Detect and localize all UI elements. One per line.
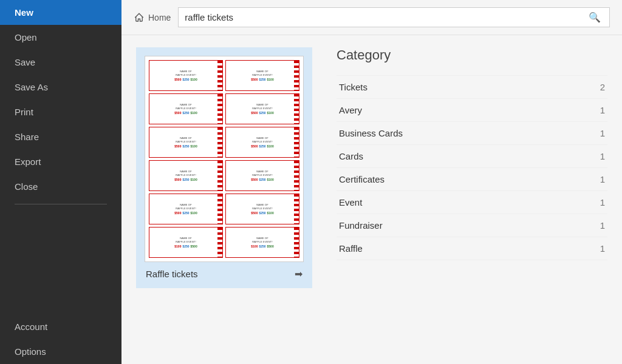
category-item-count: 1 [600,243,605,254]
category-item-label: Avery [339,105,362,115]
category-list: Tickets 2 Avery 1 Business Cards 1 Cards… [337,75,607,260]
category-item-label: Raffle [339,243,363,254]
sidebar-item-open[interactable]: Open [0,25,121,50]
ticket-right: NAME OFRAFFLE EVENT! $500 $250 $100 [225,127,299,158]
category-item-label: Fundraiser [339,220,383,231]
pin-icon[interactable]: ➡ [295,268,302,280]
category-item-count: 1 [600,151,605,161]
sidebar: New Open Save Save As Print Share Export… [0,0,121,364]
sidebar-item-save-as[interactable]: Save As [0,75,121,99]
ticket-right: NAME OFRAFFLE EVENT! $100 $250 $500 [225,227,299,258]
category-item-label: Tickets [339,82,367,92]
search-input[interactable] [185,12,586,22]
category-title: Category [337,47,607,63]
ticket-left: NAME OFRAFFLE EVENT! $500 $250 $100 [149,160,223,191]
template-card[interactable]: NAME OFRAFFLE EVENT! $500 $250 $100 NAME… [136,47,312,288]
category-item-cards[interactable]: Cards 1 [337,145,607,168]
category-item-count: 1 [600,220,605,231]
category-item-count: 1 [600,128,605,138]
ticket-row: NAME OFRAFFLE EVENT! $500 $250 $100 NAME… [149,60,299,91]
category-item-count: 1 [600,105,605,115]
category-item-label: Event [339,197,362,207]
ticket-right: NAME OFRAFFLE EVENT! $500 $250 $100 [225,93,299,124]
category-item-business-cards[interactable]: Business Cards 1 [337,122,607,145]
search-box: 🔍 [178,7,610,27]
ticket-right: NAME OFRAFFLE EVENT! $500 $250 $100 [225,60,299,91]
main-content: Home 🔍 NAME OFRAFFLE EVENT! $500 $250 [121,0,622,364]
category-item-raffle[interactable]: Raffle 1 [337,237,607,260]
search-button[interactable]: 🔍 [586,12,603,23]
category-item-label: Business Cards [339,128,403,138]
template-label: Raffle tickets ➡ [145,268,304,280]
content-area: NAME OFRAFFLE EVENT! $500 $250 $100 NAME… [121,35,622,364]
ticket-row: NAME OFRAFFLE EVENT! $500 $250 $100 NAME… [149,194,299,224]
template-section: NAME OFRAFFLE EVENT! $500 $250 $100 NAME… [136,47,312,352]
ticket-row: NAME OFRAFFLE EVENT! $500 $250 $100 NAME… [149,160,299,191]
sidebar-item-print[interactable]: Print [0,99,121,124]
category-item-tickets[interactable]: Tickets 2 [337,75,607,99]
ticket-left: NAME OFRAFFLE EVENT! $500 $250 $100 [149,93,223,124]
sidebar-item-close[interactable]: Close [0,174,121,199]
home-button[interactable]: Home [134,12,171,23]
ticket-left: NAME OFRAFFLE EVENT! $500 $250 $100 [149,127,223,158]
category-item-count: 1 [600,174,605,184]
category-item-count: 1 [600,197,605,207]
topbar: Home 🔍 [121,0,622,35]
sidebar-item-save[interactable]: Save [0,50,121,75]
home-icon [134,12,145,23]
ticket-row: NAME OFRAFFLE EVENT! $500 $250 $100 NAME… [149,127,299,158]
ticket-left: NAME OFRAFFLE EVENT! $500 $250 $100 [149,194,223,224]
ticket-right: NAME OFRAFFLE EVENT! $500 $250 $100 [225,160,299,191]
sidebar-divider [15,204,107,204]
ticket-row: NAME OFRAFFLE EVENT! $100 $250 $500 NAME… [149,227,299,258]
sidebar-item-account[interactable]: Account [0,314,121,339]
ticket-right: NAME OFRAFFLE EVENT! $500 $250 $100 [225,194,299,224]
category-item-count: 2 [600,82,605,92]
sidebar-item-export[interactable]: Export [0,149,121,174]
category-item-label: Cards [339,151,363,161]
template-name: Raffle tickets [146,269,198,279]
sidebar-item-new[interactable]: New [0,0,121,25]
category-section: Category Tickets 2 Avery 1 Business Card… [337,47,607,352]
category-item-event[interactable]: Event 1 [337,191,607,214]
category-item-certificates[interactable]: Certificates 1 [337,168,607,191]
ticket-row: NAME OFRAFFLE EVENT! $500 $250 $100 NAME… [149,93,299,124]
category-item-avery[interactable]: Avery 1 [337,99,607,122]
home-label: Home [148,13,171,22]
sidebar-bottom: Account Options [0,314,121,364]
ticket-left: NAME OFRAFFLE EVENT! $100 $250 $500 [149,227,223,258]
sidebar-item-options[interactable]: Options [0,339,121,364]
template-preview-image: NAME OFRAFFLE EVENT! $500 $250 $100 NAME… [145,56,304,262]
category-item-fundraiser[interactable]: Fundraiser 1 [337,214,607,237]
sidebar-item-share[interactable]: Share [0,124,121,149]
ticket-left: NAME OFRAFFLE EVENT! $500 $250 $100 [149,60,223,91]
category-item-label: Certificates [339,174,384,184]
